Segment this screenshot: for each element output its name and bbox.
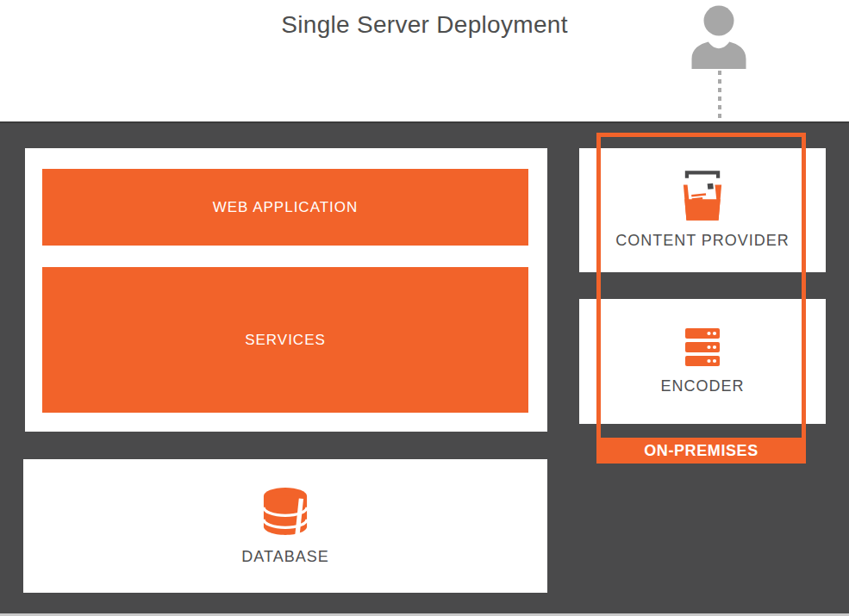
web-application-label: WEB APPLICATION [213,199,359,216]
database-block: DATABASE [23,459,547,593]
inbox-envelope-icon [681,171,724,221]
dotted-connector-line [718,71,721,122]
on-premises-banner: ON-PREMISES [596,438,806,464]
user-figure [689,5,749,69]
services-label: SERVICES [245,332,326,349]
application-container: WEB APPLICATION SERVICES [25,148,547,432]
server-stack-icon [685,328,720,366]
encoder-label: ENCODER [660,377,744,395]
person-icon [689,5,749,69]
database-label: DATABASE [241,548,328,566]
content-provider-label: CONTENT PROVIDER [615,232,790,250]
database-cylinder-icon [262,487,309,537]
content-provider-block: CONTENT PROVIDER [579,148,826,272]
web-application-block: WEB APPLICATION [42,169,528,246]
deployment-diagram: Single Server Deployment WEB APPLICATION… [0,0,849,616]
encoder-block: ENCODER [579,299,826,424]
services-block: SERVICES [42,267,528,413]
on-premises-label: ON-PREMISES [644,442,758,460]
